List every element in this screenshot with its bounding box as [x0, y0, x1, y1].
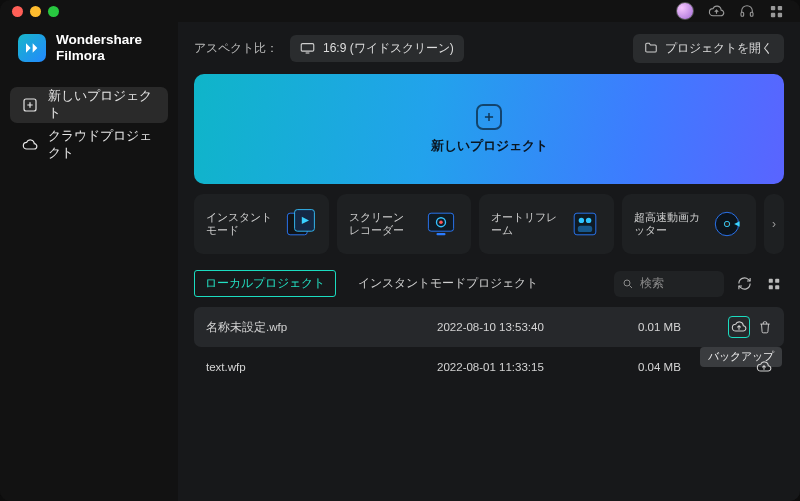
toolbar: アスペクト比： 16:9 (ワイドスクリーン) プロジェクトを開く — [194, 22, 784, 74]
feature-cards: インスタントモード スクリーン レコーダー オートリフレーム — [194, 194, 784, 254]
svg-rect-14 — [437, 233, 446, 235]
window-minimize-button[interactable] — [30, 6, 41, 17]
project-date: 2022-08-01 11:33:15 — [437, 361, 638, 373]
cards-next-button[interactable]: › — [764, 194, 784, 254]
main: アスペクト比： 16:9 (ワイドスクリーン) プロジェクトを開く — [178, 22, 800, 501]
project-size: 0.04 MB — [638, 361, 718, 373]
svg-rect-2 — [771, 5, 775, 9]
new-project-hero[interactable]: 新しいプロジェクト — [194, 74, 784, 184]
video-cutter-icon — [708, 205, 746, 243]
svg-point-16 — [578, 218, 583, 223]
card-video-cutter[interactable]: 超高速動画カッター — [622, 194, 757, 254]
svg-rect-4 — [771, 12, 775, 16]
search-icon — [622, 278, 634, 290]
project-row[interactable]: text.wfp 2022-08-01 11:33:15 0.04 MB — [194, 347, 784, 387]
sidebar: Wondershare Filmora 新しいプロジェクト クラウドプロジェクト — [0, 22, 178, 501]
brand-line1: Wondershare — [56, 32, 142, 48]
project-row[interactable]: 名称未設定.wfp 2022-08-10 13:53:40 0.01 MB バッ… — [194, 307, 784, 347]
svg-point-22 — [624, 280, 630, 286]
svg-rect-23 — [769, 278, 773, 282]
svg-rect-7 — [301, 44, 314, 52]
card-screen-recorder[interactable]: スクリーン レコーダー — [337, 194, 472, 254]
svg-point-13 — [439, 220, 443, 224]
cloud-project-icon — [22, 137, 38, 153]
svg-rect-26 — [775, 285, 779, 289]
brand: Wondershare Filmora — [0, 28, 178, 83]
search-placeholder: 検索 — [640, 276, 664, 291]
sidebar-item-cloud-project[interactable]: クラウドプロジェクト — [10, 127, 168, 163]
auto-reframe-icon — [566, 205, 604, 243]
svg-rect-18 — [577, 226, 591, 232]
open-project-button[interactable]: プロジェクトを開く — [633, 34, 784, 63]
headphones-icon[interactable] — [739, 3, 755, 19]
svg-point-20 — [724, 221, 729, 226]
project-size: 0.01 MB — [638, 321, 718, 333]
project-tabs: ローカルプロジェクト インスタントモードプロジェクト 検索 — [194, 270, 784, 297]
window-close-button[interactable] — [12, 6, 23, 17]
refresh-button[interactable] — [734, 274, 754, 294]
instant-mode-icon — [281, 205, 319, 243]
project-name: 名称未設定.wfp — [206, 320, 437, 335]
sidebar-item-label: クラウドプロジェクト — [48, 128, 156, 162]
card-auto-reframe[interactable]: オートリフレーム — [479, 194, 614, 254]
aspect-ratio-label: アスペクト比： — [194, 40, 278, 57]
cloud-icon[interactable] — [708, 3, 725, 20]
project-date: 2022-08-10 13:53:40 — [437, 321, 638, 333]
tab-local-projects[interactable]: ローカルプロジェクト — [194, 270, 336, 297]
svg-point-17 — [585, 218, 590, 223]
svg-rect-1 — [750, 12, 753, 16]
sidebar-item-label: 新しいプロジェクト — [48, 88, 156, 122]
grid-icon[interactable] — [769, 4, 784, 19]
chevron-right-icon: › — [772, 217, 776, 231]
brand-line2: Filmora — [56, 48, 142, 64]
project-name: text.wfp — [206, 361, 437, 373]
screen-recorder-icon — [421, 205, 461, 243]
svg-rect-5 — [778, 12, 782, 16]
user-avatar[interactable] — [676, 2, 694, 20]
app-logo-icon — [18, 34, 46, 62]
delete-button[interactable] — [758, 320, 772, 334]
svg-rect-25 — [769, 285, 773, 289]
sidebar-item-new-project[interactable]: 新しいプロジェクト — [10, 87, 168, 123]
plus-icon — [476, 104, 502, 130]
card-instant-mode[interactable]: インスタントモード — [194, 194, 329, 254]
aspect-ratio-select[interactable]: 16:9 (ワイドスクリーン) — [290, 35, 464, 62]
svg-rect-24 — [775, 278, 779, 282]
svg-rect-3 — [778, 5, 782, 9]
view-grid-button[interactable] — [764, 274, 784, 294]
titlebar — [0, 0, 800, 22]
search-input[interactable]: 検索 — [614, 271, 724, 297]
svg-rect-0 — [741, 12, 744, 16]
folder-icon — [644, 41, 658, 55]
backup-button[interactable] — [756, 359, 772, 375]
tab-instant-projects[interactable]: インスタントモードプロジェクト — [348, 270, 548, 297]
backup-button[interactable] — [728, 316, 750, 338]
aspect-ratio-value: 16:9 (ワイドスクリーン) — [323, 40, 454, 57]
window-maximize-button[interactable] — [48, 6, 59, 17]
open-project-label: プロジェクトを開く — [665, 40, 773, 57]
new-project-icon — [22, 97, 38, 113]
project-list: 名称未設定.wfp 2022-08-10 13:53:40 0.01 MB バッ… — [194, 307, 784, 387]
hero-label: 新しいプロジェクト — [431, 138, 548, 155]
monitor-icon — [300, 42, 315, 54]
